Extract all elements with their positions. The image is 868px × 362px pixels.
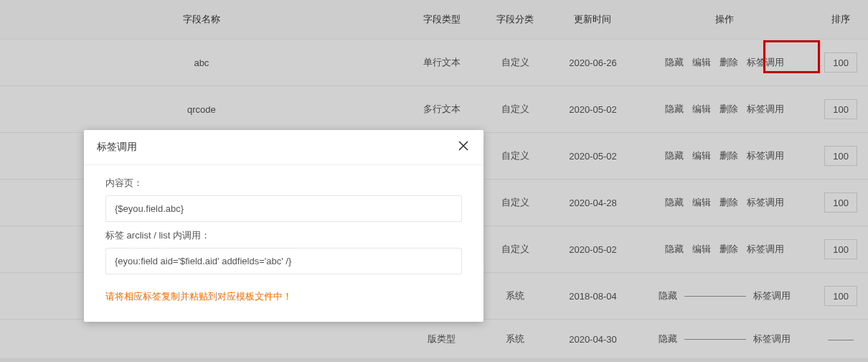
code-box-content[interactable]: {$eyou.field.abc}	[105, 195, 462, 222]
code-box-list[interactable]: {eyou:field aid='$field.aid' addfields='…	[105, 248, 462, 274]
modal-header: 标签调用	[84, 130, 483, 165]
label-list-tag: 标签 arclist / list 内调用：	[105, 229, 462, 242]
modal-body: 内容页： {$eyou.field.abc} 标签 arclist / list…	[84, 165, 483, 322]
label-content-page: 内容页：	[105, 177, 462, 190]
tip-text: 请将相应标签复制并粘贴到对应模板文件中！	[105, 290, 462, 303]
tag-modal: 标签调用 内容页： {$eyou.field.abc} 标签 arclist /…	[84, 130, 483, 322]
close-icon[interactable]	[456, 140, 471, 154]
modal-title: 标签调用	[97, 141, 137, 154]
